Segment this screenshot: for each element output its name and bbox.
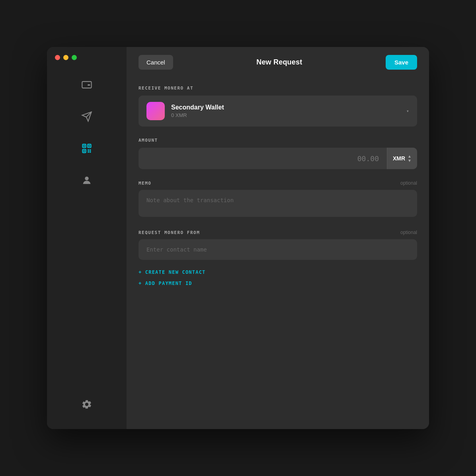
sidebar-bottom [78,396,96,421]
wallet-avatar [146,102,165,120]
memo-optional: optional [400,180,417,186]
svg-point-14 [85,177,88,180]
sidebar-item-receive[interactable] [78,140,96,157]
memo-label: MEMO [139,181,152,186]
receive-section: RECEIVE MONERO AT Secondary Wallet 0 XMR… [139,86,417,127]
amount-row: XMR ▲ ▼ [139,148,417,169]
svg-rect-0 [82,82,91,88]
contact-optional: optional [400,230,417,235]
wallet-selector[interactable]: Secondary Wallet 0 XMR ▾ [139,96,417,127]
currency-selector[interactable]: XMR ▲ ▼ [387,148,417,169]
svg-rect-10 [88,149,89,151]
form-body: RECEIVE MONERO AT Secondary Wallet 0 XMR… [127,78,429,429]
save-button[interactable]: Save [386,55,417,70]
currency-arrows-icon: ▲ ▼ [408,154,412,163]
sidebar-nav [47,72,127,396]
contact-label: REQUEST MONERO FROM [139,230,200,235]
header: Cancel New Request Save [127,47,429,78]
sidebar-item-send[interactable] [78,108,96,125]
svg-rect-7 [89,145,90,147]
contact-input[interactable] [139,239,417,260]
currency-label: XMR [393,155,405,162]
memo-section: MEMO optional [139,180,417,218]
app-window: Cancel New Request Save RECEIVE MONERO A… [47,47,429,429]
dropdown-arrow-icon: ▾ [406,108,409,114]
minimize-button[interactable] [63,55,68,60]
contact-section: REQUEST MONERO FROM optional [139,230,417,260]
create-contact-button[interactable]: + CREATE NEW CONTACT [139,269,417,275]
contact-label-row: REQUEST MONERO FROM optional [139,230,417,235]
svg-rect-5 [84,145,85,147]
svg-rect-12 [88,151,89,153]
wallet-name: Secondary Wallet [171,104,400,111]
main-content: Cancel New Request Save RECEIVE MONERO A… [127,47,429,429]
amount-input[interactable] [139,148,387,169]
action-links: + CREATE NEW CONTACT + ADD PAYMENT ID [139,269,417,286]
cancel-button[interactable]: Cancel [139,55,173,70]
traffic-lights [47,55,85,60]
receive-label: RECEIVE MONERO AT [139,86,417,91]
svg-rect-1 [88,84,90,86]
wallet-info: Secondary Wallet 0 XMR [171,104,400,118]
svg-rect-9 [84,150,85,152]
memo-input[interactable] [139,190,417,217]
wallet-balance: 0 XMR [171,112,400,118]
amount-section: AMOUNT XMR ▲ ▼ [139,138,417,169]
sidebar-item-wallet[interactable] [78,76,96,94]
sidebar [47,47,127,429]
amount-label: AMOUNT [139,138,417,143]
sidebar-item-contacts[interactable] [78,172,96,189]
add-payment-id-button[interactable]: + ADD PAYMENT ID [139,281,417,286]
svg-rect-13 [90,151,91,153]
maximize-button[interactable] [72,55,77,60]
close-button[interactable] [55,55,60,60]
memo-label-row: MEMO optional [139,180,417,186]
dialog-title: New Request [256,58,302,66]
sidebar-item-settings[interactable] [78,396,96,413]
svg-rect-11 [90,149,91,151]
